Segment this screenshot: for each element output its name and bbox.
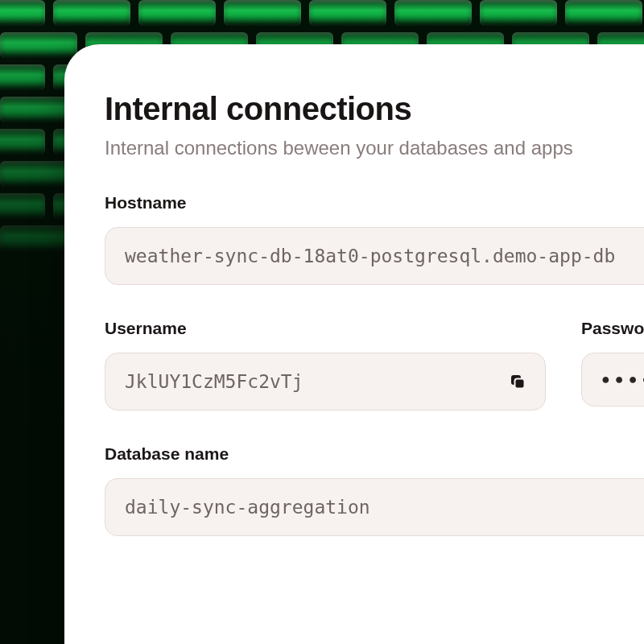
password-label: Password [581, 319, 644, 338]
copy-icon[interactable] [510, 374, 526, 390]
hostname-field: Hostname weather-sync-db-18at0-postgresq… [105, 193, 644, 285]
username-field: Username JklUY1CzM5Fc2vTj [105, 319, 546, 411]
username-value: JklUY1CzM5Fc2vTj [125, 371, 303, 392]
password-value: ●●●● [601, 371, 644, 388]
password-field: Password ●●●● [581, 319, 644, 411]
password-input[interactable]: ●●●● [581, 353, 644, 407]
username-label: Username [105, 319, 546, 338]
connections-card: Internal connections Internal connection… [64, 44, 644, 644]
svg-rect-1 [515, 379, 525, 389]
hostname-value: weather-sync-db-18at0-postgresql.demo-ap… [125, 246, 615, 266]
database-value: daily-sync-aggregation [125, 497, 370, 518]
database-field: Database name daily-sync-aggregation [105, 444, 644, 536]
hostname-input[interactable]: weather-sync-db-18at0-postgresql.demo-ap… [105, 227, 644, 285]
page-subtitle: Internal connections beween your databas… [105, 137, 644, 159]
page-title: Internal connections [105, 91, 644, 127]
hostname-label: Hostname [105, 193, 644, 213]
database-input[interactable]: daily-sync-aggregation [105, 478, 644, 536]
database-label: Database name [105, 444, 644, 464]
username-input[interactable]: JklUY1CzM5Fc2vTj [105, 353, 546, 411]
